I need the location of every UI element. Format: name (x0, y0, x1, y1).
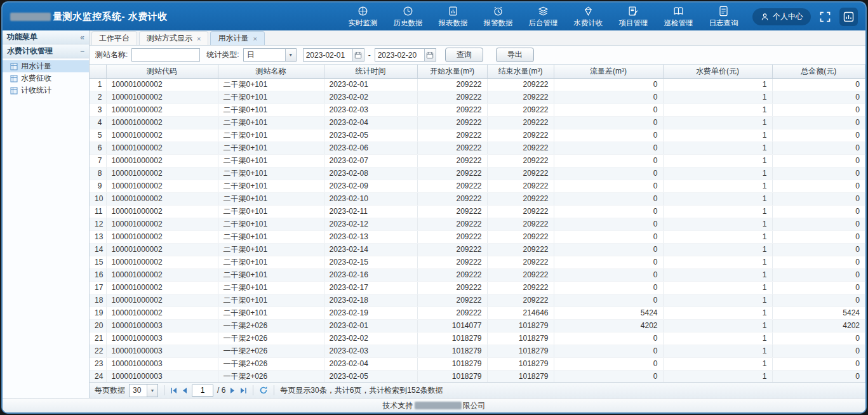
next-page-button[interactable] (229, 387, 236, 394)
table-row[interactable]: 23100001000003一干渠2+0262023-02-0410182791… (90, 357, 865, 370)
tab-work-platform[interactable]: 工作平台 (91, 31, 137, 45)
col-header[interactable]: 水费单价(元) (663, 65, 772, 78)
table-row[interactable]: 7100001000002二干渠0+1012023-02-07209222209… (90, 154, 865, 167)
user-center-button[interactable]: 个人中心 (752, 8, 811, 25)
table-row[interactable]: 14100001000002二干渠0+1012023-02-1420922220… (90, 243, 865, 256)
table-row[interactable]: 18100001000002二干渠0+1012023-02-1820922220… (90, 294, 865, 306)
table-row[interactable]: 20100001000003一干渠2+0262023-02-0110140771… (90, 319, 865, 332)
page-size-label: 每页数据 (95, 385, 125, 396)
calendar-icon[interactable] (424, 49, 436, 61)
cell: 209222 (417, 192, 487, 205)
table-row[interactable]: 12100001000002二干渠0+1012023-02-1220922220… (90, 218, 865, 230)
table-row[interactable]: 16100001000002二干渠0+1012023-02-1620922220… (90, 268, 865, 281)
col-header[interactable]: 测站名称 (218, 65, 324, 78)
main-panel: 工作平台 测站方式显示 × 用水计量 × 测站名称: 统计类型: 日 ▼ (90, 30, 865, 398)
table-row[interactable]: 10100001000002二干渠0+1012023-02-1020922220… (90, 192, 865, 205)
station-name-input[interactable] (131, 48, 200, 62)
col-header[interactable]: 测站代码 (106, 65, 218, 78)
cell: 209222 (417, 91, 487, 103)
sidebar-item-fee-collection[interactable]: 水费征收 (3, 72, 89, 84)
nav-item-inspection[interactable]: 巡检管理 (656, 4, 701, 29)
nav-item-log[interactable]: 日志查询 (701, 4, 746, 29)
sidebar-tree: 用水计量 水费征收 计收统计 (3, 58, 89, 98)
sidebar-section-header[interactable]: 水费计收管理 − (3, 44, 89, 58)
query-button[interactable]: 查询 (445, 48, 483, 62)
collapse-sidebar-icon[interactable]: « (80, 33, 84, 42)
first-page-button[interactable] (170, 387, 177, 394)
nav-item-label: 实时监测 (349, 18, 378, 28)
close-icon[interactable]: × (197, 36, 201, 42)
nav-item-history[interactable]: 历史数据 (385, 4, 431, 29)
table-row[interactable]: 22100001000003一干渠2+0262023-02-0310182791… (90, 345, 865, 357)
table-row[interactable]: 13100001000002二干渠0+1012023-02-1320922220… (90, 230, 865, 243)
nav-item-alarm[interactable]: 报警数据 (476, 4, 521, 29)
col-header[interactable]: 总金额(元) (772, 65, 865, 78)
nav-item-realtime[interactable]: 实时监测 (340, 4, 385, 29)
cell: 209222 (417, 281, 487, 294)
data-grid: 测站代码 测站名称 统计时间 开始水量(m³) 结束水量(m³) 流量差(m³)… (90, 65, 865, 382)
sidebar-item-statistics[interactable]: 计收统计 (3, 84, 89, 96)
project-admin-icon (627, 5, 639, 17)
table-row[interactable]: 3100001000002二干渠0+1012023-02-03209222209… (90, 103, 865, 116)
col-header[interactable]: 结束水量(m³) (487, 65, 554, 78)
nav-item-report[interactable]: 报表数据 (431, 4, 476, 29)
table-row[interactable]: 17100001000002二干渠0+1012023-02-1720922220… (90, 281, 865, 294)
cell: 二干渠0+101 (218, 281, 324, 294)
table-row[interactable]: 2100001000002二干渠0+1012023-02-02209222209… (90, 91, 865, 103)
col-header[interactable]: 流量差(m³) (554, 65, 663, 78)
nav-item-waterfee[interactable]: 水费计收 (566, 4, 611, 29)
chevron-down-icon[interactable]: ▼ (285, 49, 296, 61)
history-data-icon (402, 5, 414, 17)
table-row[interactable]: 15100001000002二干渠0+1012023-02-1520922220… (90, 256, 865, 268)
table-row[interactable]: 11100001000002二干渠0+1012023-02-1120922220… (90, 205, 865, 218)
table-row[interactable]: 1100001000002二干渠0+1012023-02-01209222209… (90, 78, 865, 91)
table-row[interactable]: 5100001000002二干渠0+1012023-02-05209222209… (90, 129, 865, 142)
date-from-input[interactable] (304, 51, 352, 60)
table-row[interactable]: 19100001000002二干渠0+1012023-02-1920922221… (90, 306, 865, 319)
page-number-input[interactable] (192, 385, 213, 397)
prev-page-button[interactable] (181, 387, 188, 394)
cell: 0 (554, 103, 663, 116)
close-icon[interactable]: × (253, 36, 257, 42)
cell: 2023-02-04 (324, 116, 417, 129)
cell: 2023-02-16 (324, 268, 417, 281)
nav-item-label: 历史数据 (394, 18, 423, 28)
calendar-icon[interactable] (352, 49, 364, 61)
cell: 1 (663, 192, 772, 205)
table-row[interactable]: 4100001000002二干渠0+1012023-02-04209222209… (90, 116, 865, 129)
chart-button[interactable] (839, 8, 858, 26)
nav-item-project[interactable]: 项目管理 (611, 4, 656, 29)
chevron-down-icon[interactable]: ▼ (147, 385, 157, 397)
table-row[interactable]: 24100001000003一干渠2+0262023-02-0510182791… (90, 370, 865, 382)
cell: 209222 (487, 243, 554, 256)
refresh-button[interactable] (259, 386, 268, 395)
cell: 1018279 (417, 332, 487, 345)
tab-water-metering[interactable]: 用水计量 × (210, 31, 264, 45)
cell: 2023-02-02 (324, 91, 417, 103)
cell: 2023-02-07 (324, 154, 417, 167)
fullscreen-button[interactable] (818, 10, 832, 23)
cell: 0 (554, 230, 663, 243)
cell: 二干渠0+101 (218, 91, 324, 103)
col-header[interactable]: 统计时间 (324, 65, 417, 78)
nav-item-backend[interactable]: 后台管理 (521, 4, 566, 29)
page-size-select[interactable]: 30 ▼ (129, 384, 158, 397)
date-to-input[interactable] (375, 51, 424, 60)
minimize-section-icon[interactable]: − (80, 47, 84, 56)
cell: 0 (772, 167, 865, 180)
last-page-button[interactable] (240, 387, 247, 394)
sidebar-section-title: 水费计收管理 (7, 46, 53, 56)
table-row[interactable]: 8100001000002二干渠0+1012023-02-08209222209… (90, 167, 865, 180)
stat-type-label: 统计类型: (206, 49, 239, 60)
table-row[interactable]: 21100001000003一干渠2+0262023-02-0210182791… (90, 332, 865, 345)
export-button[interactable]: 导出 (496, 48, 534, 62)
cell: 1 (663, 167, 772, 180)
sidebar-menu-title: 功能菜单 (7, 32, 37, 43)
table-row[interactable]: 9100001000002二干渠0+1012023-02-09209222209… (90, 180, 865, 192)
stat-type-select[interactable]: 日 ▼ (243, 48, 297, 62)
filter-bar: 测站名称: 统计类型: 日 ▼ - (90, 46, 865, 65)
tab-station-display[interactable]: 测站方式显示 × (139, 31, 208, 45)
table-row[interactable]: 6100001000002二干渠0+1012023-02-06209222209… (90, 142, 865, 154)
sidebar-item-water-metering[interactable]: 用水计量 (3, 60, 89, 72)
col-header[interactable]: 开始水量(m³) (417, 65, 487, 78)
